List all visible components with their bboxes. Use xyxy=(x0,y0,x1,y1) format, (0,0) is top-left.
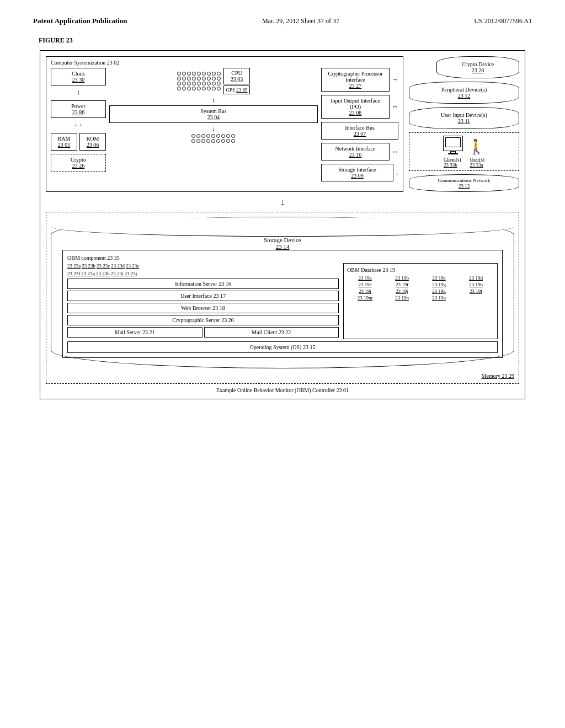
db-19l: 23 19l xyxy=(458,288,494,294)
obm-left: 23 23a 23 23b 23 23c 23 23d 23 23e 23 23… xyxy=(67,263,339,339)
mail-client-row: Mail Client 23 22 xyxy=(204,327,339,338)
cpu-gps-group: CPU 23 03 GPS 23 85 xyxy=(223,68,249,94)
dot xyxy=(177,87,181,90)
dot xyxy=(202,82,206,85)
obm-component-box: OBM component 23 35 23 23a 23 23b 23 23c… xyxy=(62,250,503,358)
users-label: User(s)23 33a xyxy=(470,157,485,168)
dots-grid-bottom xyxy=(191,134,236,143)
cs-right-col: Cryptographic Processor Interface 23 27 … xyxy=(321,68,398,181)
dot xyxy=(206,139,210,143)
storage-device-cylinder: Storage Device 23 14 OBM component 23 35… xyxy=(51,217,514,368)
dot xyxy=(231,139,235,143)
db-19b: 23 19b xyxy=(384,275,420,281)
obm-links-row2: 23 23f 23 23g 23 23h 23 23i 23 23j xyxy=(67,271,339,276)
bus-down-arrow: ↓ xyxy=(212,125,215,132)
dot xyxy=(182,87,186,90)
main-down-arrow: ↓ xyxy=(46,197,519,207)
dot xyxy=(191,139,195,143)
network-row: Network Interface 23 10 ↔ xyxy=(321,143,398,160)
dot xyxy=(192,72,196,76)
link-23-23b: 23 23b xyxy=(82,263,95,269)
page-header: Patent Application Publication Mar. 29, … xyxy=(33,17,532,25)
system-bus-box: System Bus 23 04 xyxy=(109,105,318,123)
header-date-sheet: Mar. 29, 2012 Sheet 37 of 37 xyxy=(262,17,339,25)
dot xyxy=(207,87,211,90)
obm-links-row: 23 23a 23 23b 23 23c 23 23d 23 23e xyxy=(67,263,339,269)
mail-row: Mail Server 23 21 Mail Client 23 22 xyxy=(67,327,339,338)
diagram-container: Computer Systemization 23 02 Clock 23 30… xyxy=(40,50,525,399)
dot xyxy=(192,77,196,81)
mail-server-row: Mail Server 23 21 xyxy=(67,327,202,338)
peripheral-device-cloud: Peripheral Device(s) 23 12 xyxy=(409,82,519,104)
dot xyxy=(212,87,216,90)
dot xyxy=(197,87,201,90)
page: Patent Application Publication Mar. 29, … xyxy=(0,0,565,728)
db-19d: 23 19d xyxy=(458,275,494,281)
dot xyxy=(216,134,220,138)
crypto-server-row: Cryptographic Server 23 20 xyxy=(67,315,339,325)
dot xyxy=(196,139,200,143)
storage-row: Storage Interface 23 09 ↓ xyxy=(321,164,398,181)
dot xyxy=(201,134,205,138)
dot xyxy=(202,72,206,76)
dot xyxy=(196,134,200,138)
db-19i: 23 19i xyxy=(347,288,383,294)
dot xyxy=(212,82,216,85)
network-arrow: ↔ xyxy=(392,148,398,156)
monitor-group xyxy=(443,136,463,154)
dot xyxy=(187,87,191,90)
storage-section: Storage Device 23 14 OBM component 23 35… xyxy=(46,212,519,384)
dot xyxy=(191,134,195,138)
dot xyxy=(192,82,196,85)
db-19g: 23 19g xyxy=(421,282,457,287)
link-23-23e: 23 23e xyxy=(126,263,139,269)
header-patent-number: US 2012/0077596 A1 xyxy=(474,17,532,25)
dots-grid xyxy=(177,72,221,91)
link-23-23j: 23 23j xyxy=(125,271,137,276)
dot xyxy=(182,77,186,81)
client-user-area: 🚶 Client(s)23 33b User(s)23 33a xyxy=(409,132,519,171)
link-23-23f: 23 23f xyxy=(67,271,80,276)
crypto-proc-row: Cryptographic Processor Interface 23 27 … xyxy=(321,68,398,92)
obm-database-box: OBM Database 23 19 23 19a 23 19b 23 19c … xyxy=(343,263,498,339)
user-input-cloud: User Input Device(s) 23 11 xyxy=(409,107,519,129)
dot xyxy=(212,77,216,81)
right-column: Crypto Device 23 28 Peripheral Device(s)… xyxy=(409,56,519,192)
clock-arrow: ↑ xyxy=(51,89,106,97)
cpu-bus-arrows: ↕ xyxy=(212,97,215,103)
web-browser-row: Web Browser 23 18 xyxy=(67,303,339,313)
storage-arrow-down: ↓ xyxy=(396,170,398,176)
obm-inner: 23 23a 23 23b 23 23c 23 23d 23 23e 23 23… xyxy=(67,263,498,339)
cpu-area: CPU 23 03 GPS 23 85 xyxy=(177,68,249,94)
power-box: Power 23 86 xyxy=(51,100,106,118)
dot xyxy=(177,72,181,76)
storage-interface-box: Storage Interface 23 09 xyxy=(321,164,393,181)
db-19o: 23 19o xyxy=(421,295,457,301)
dot xyxy=(207,72,211,76)
storage-device-label: Storage Device 23 14 xyxy=(62,237,503,250)
dot xyxy=(202,77,206,81)
link-23-23d: 23 23d xyxy=(111,263,125,269)
dot xyxy=(216,139,220,143)
dot xyxy=(207,77,211,81)
cs-left-col: Clock 23 30 ↑ Power 23 86 ↓↓ xyxy=(51,68,106,181)
monitor-screen xyxy=(445,137,461,147)
client-user-labels: Client(s)23 33b User(s)23 33a xyxy=(412,157,516,168)
db-19c: 23 19c xyxy=(421,275,457,281)
dot xyxy=(217,77,221,81)
link-23-23h: 23 23h xyxy=(96,271,110,276)
dot xyxy=(226,139,230,143)
dot xyxy=(231,134,235,138)
info-server-row: Information Server 23 16 xyxy=(67,279,339,289)
obm-component-label: OBM component 23 35 xyxy=(67,255,498,261)
computer-systemization-box: Computer Systemization 23 02 Clock 23 30… xyxy=(46,56,403,192)
arrow-to-crypto: → xyxy=(392,76,398,84)
db-19a: 23 19a xyxy=(347,275,383,281)
db-grid: 23 19a 23 19b 23 19c 23 19d 23 19e 23 19… xyxy=(347,275,494,301)
dot xyxy=(217,72,221,76)
clients-label: Client(s)23 33b xyxy=(444,157,461,168)
dot xyxy=(177,77,181,81)
monitor-base xyxy=(448,153,458,154)
cs-middle-col: CPU 23 03 GPS 23 85 ↕ xyxy=(109,68,318,181)
link-23-23a: 23 23a xyxy=(67,263,81,269)
